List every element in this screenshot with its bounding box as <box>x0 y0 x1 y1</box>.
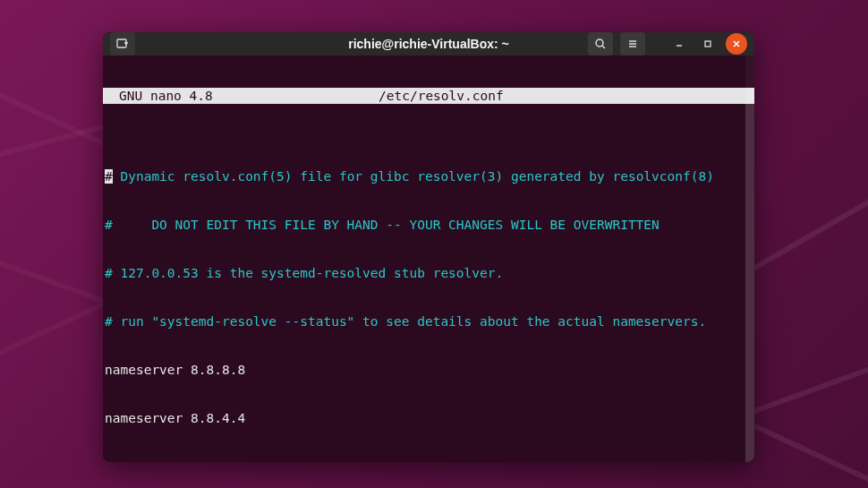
close-button[interactable] <box>726 33 747 55</box>
file-content[interactable]: # Dynamic resolv.conf(5) file for glibc … <box>103 136 754 462</box>
nano-app-name: GNU nano 4.8 <box>119 88 379 104</box>
scrollbar[interactable] <box>745 56 754 462</box>
config-line: nameserver 127.0.0.53 <box>105 458 753 462</box>
comment-line: # DO NOT EDIT THIS FILE BY HAND -- YOUR … <box>105 217 753 233</box>
titlebar: richie@richie-VirtualBox: ~ <box>103 32 754 56</box>
menu-button[interactable] <box>620 32 645 56</box>
comment-line: Dynamic resolv.conf(5) file for glibc re… <box>113 169 714 184</box>
config-line: nameserver 8.8.8.8 <box>105 362 753 378</box>
svg-rect-9 <box>705 41 711 47</box>
config-line: nameserver 8.8.4.4 <box>105 410 753 426</box>
comment-line: # run "systemd-resolve --status" to see … <box>105 313 753 330</box>
nano-header: GNU nano 4.8 /etc/resolv.conf <box>103 88 754 104</box>
svg-line-4 <box>602 46 605 48</box>
cursor: # <box>105 169 113 184</box>
minimize-button[interactable] <box>668 33 690 55</box>
scrollbar-thumb[interactable] <box>745 88 754 462</box>
search-button[interactable] <box>588 32 613 56</box>
new-tab-button[interactable] <box>110 32 135 56</box>
terminal-window: richie@richie-VirtualBox: ~ GNU nano 4.8… <box>103 32 754 462</box>
maximize-button[interactable] <box>697 33 719 55</box>
nano-file-path: /etc/resolv.conf <box>379 88 504 104</box>
svg-point-3 <box>596 39 603 47</box>
terminal-body[interactable]: GNU nano 4.8 /etc/resolv.conf # Dynamic … <box>103 56 754 462</box>
comment-line: # 127.0.0.53 is the systemd-resolved stu… <box>105 265 753 281</box>
